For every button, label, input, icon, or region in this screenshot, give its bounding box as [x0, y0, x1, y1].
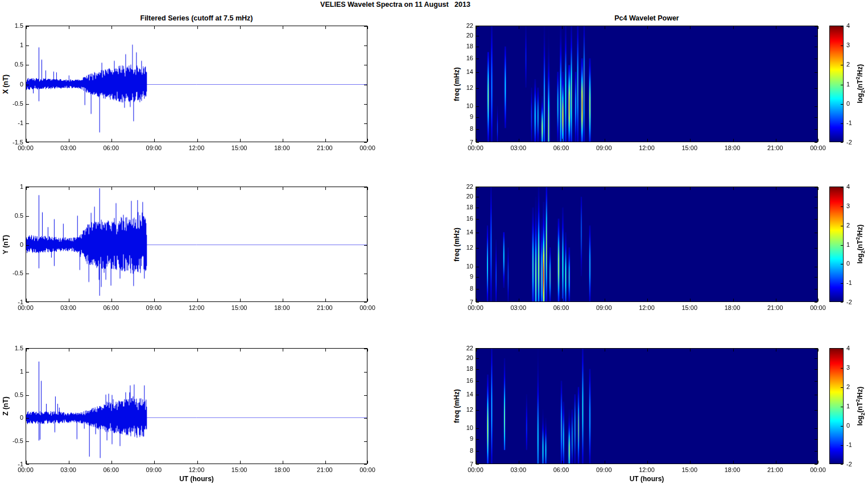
x-tick-mark — [647, 187, 648, 190]
y-tick-label: 9 — [470, 273, 473, 280]
colorbar-tick-mark — [841, 349, 843, 349]
y-tick-mark — [815, 464, 817, 465]
y-tick-mark — [815, 88, 817, 89]
x-tick-mark — [776, 461, 776, 464]
x-tick-label: 00:00 — [468, 304, 483, 311]
y-tick-mark — [476, 106, 479, 107]
y-tick-label: 12 — [466, 84, 473, 91]
x-tick-mark — [519, 187, 519, 190]
x-tick-label: 12:00 — [639, 144, 655, 151]
y-tick-mark — [476, 395, 479, 395]
y-tick-label: 0.5 — [15, 61, 23, 68]
colorbar-tick-mark — [841, 368, 843, 369]
x-tick-label: 00:00 — [359, 304, 375, 311]
y-tick-label: 22 — [466, 22, 473, 29]
y-tick-mark — [26, 85, 29, 85]
y-tick-label: -0.5 — [13, 100, 23, 107]
x-tick-mark — [367, 349, 368, 351]
colorbar-tick-label: 0 — [846, 422, 850, 429]
colorbar-tick-label: 1 — [846, 81, 850, 88]
colorbar-tick-mark — [841, 142, 843, 143]
x-tick-label: 00:00 — [18, 144, 34, 151]
colorbar — [829, 26, 844, 142]
colorbar-tick-label: -2 — [846, 461, 852, 468]
y-tick-mark — [815, 129, 817, 130]
y-tick-labels: 78910121416182022 — [458, 187, 473, 302]
x-tick-mark — [111, 461, 112, 464]
x-tick-label: 18:00 — [725, 144, 741, 151]
x-tick-label: 09:00 — [146, 466, 162, 473]
y-tick-mark — [815, 302, 817, 303]
y-tick-mark — [815, 187, 817, 188]
y-tick-labels: -1-0.500.511.5 — [3, 348, 23, 464]
x-tick-label: 06:00 — [553, 304, 569, 311]
colorbar-tick-label: 2 — [846, 61, 850, 68]
y-tick-mark — [26, 142, 29, 143]
y-tick-mark — [815, 381, 817, 382]
x-tick-label: 09:00 — [596, 466, 612, 473]
y-tick-mark — [364, 274, 367, 274]
y-tick-label: 8 — [470, 285, 473, 292]
y-tick-mark — [26, 245, 29, 246]
x-tick-mark — [154, 349, 155, 351]
x-tick-mark — [111, 139, 112, 142]
colorbar-tick-label: 3 — [846, 202, 850, 209]
y-tick-mark — [815, 26, 817, 27]
x-tick-mark — [283, 26, 283, 29]
x-tick-mark — [111, 187, 112, 190]
colorbar-tick-labels: 43210-1-2 — [846, 26, 863, 142]
x-tick-labels: 00:0003:0006:0009:0012:0015:0018:0021:00… — [26, 144, 367, 152]
y-tick-mark — [26, 372, 29, 373]
x-tick-label: 03:00 — [60, 304, 76, 311]
colorbar-tick-label: 3 — [846, 364, 850, 371]
x-tick-mark — [283, 299, 283, 301]
y-tick-mark — [364, 441, 367, 442]
y-tick-label: 1 — [20, 368, 23, 375]
x-tick-mark — [476, 139, 477, 142]
x-tick-label: 03:00 — [510, 466, 526, 473]
y-tick-label: -0.5 — [13, 270, 23, 276]
wavelet-power-x-panel: Pc4 Wavelet Power freq (mHz) 78910121416… — [476, 26, 818, 142]
x-tick-mark — [647, 461, 648, 464]
y-tick-mark — [364, 245, 367, 246]
x-tick-mark — [283, 349, 283, 351]
x-tick-label: 21:00 — [317, 304, 333, 311]
y-tick-mark — [476, 36, 479, 36]
y-tick-mark — [364, 26, 367, 27]
y-tick-mark — [476, 26, 479, 27]
y-tick-mark — [364, 395, 367, 396]
x-tick-mark — [197, 299, 198, 301]
x-tick-label: 00:00 — [810, 144, 826, 151]
colorbar-canvas — [830, 26, 843, 142]
y-tick-mark — [26, 26, 29, 27]
x-tick-mark — [690, 461, 691, 464]
y-tick-mark — [26, 464, 29, 465]
x-tick-mark — [690, 187, 691, 190]
y-tick-mark — [364, 142, 367, 143]
x-tick-mark — [690, 26, 691, 29]
plot-area-z-spectrogram — [476, 348, 818, 464]
colorbar-tick-label: -2 — [846, 299, 852, 305]
x-tick-mark — [240, 461, 241, 464]
y-tick-label: 22 — [466, 183, 473, 190]
plot-area-y-series — [26, 187, 367, 302]
colorbar-tick-label: 1 — [846, 241, 850, 248]
x-tick-label: 03:00 — [510, 304, 526, 311]
y-tick-mark — [815, 197, 817, 197]
y-tick-mark — [476, 208, 479, 208]
x-tick-mark — [776, 187, 776, 190]
x-tick-mark — [154, 139, 155, 142]
x-tick-mark — [733, 299, 734, 301]
x-tick-label: 12:00 — [639, 304, 655, 311]
x-tick-mark — [283, 139, 283, 142]
x-tick-label: 12:00 — [639, 466, 655, 473]
x-tick-mark — [562, 349, 563, 351]
y-tick-label: 18 — [466, 204, 473, 210]
colorbar-tick-mark — [841, 264, 843, 264]
x-tick-mark — [776, 299, 776, 301]
y-tick-mark — [476, 277, 479, 278]
colorbar-tick-label: 4 — [846, 22, 850, 29]
colorbar-tick-mark — [841, 45, 843, 46]
x-tick-mark — [197, 461, 198, 464]
y-tick-mark — [815, 358, 817, 359]
